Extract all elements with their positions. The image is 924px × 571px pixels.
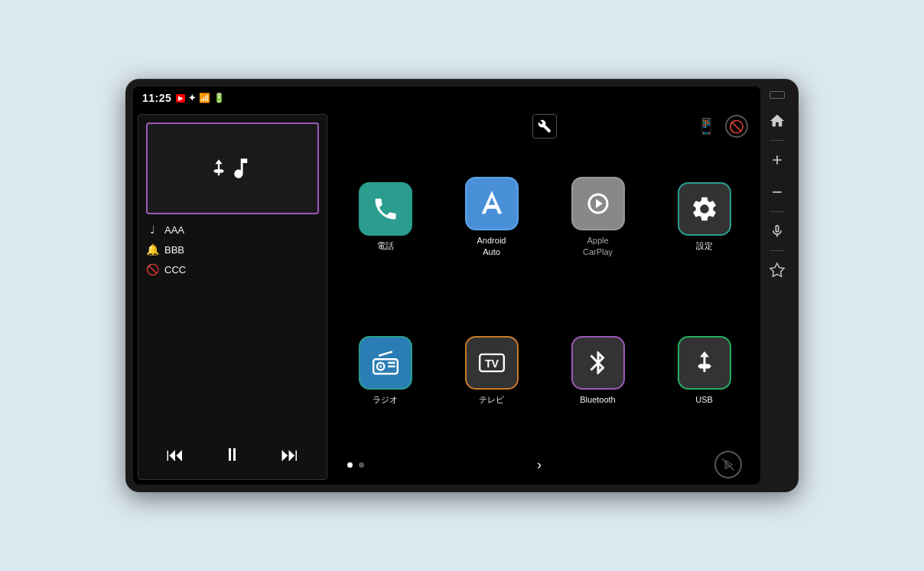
app-usb[interactable]: USB (654, 297, 754, 445)
page-dot-1[interactable] (347, 462, 353, 468)
clock: 11:25 (142, 92, 171, 104)
track-item: ♩ AAA (146, 224, 319, 236)
settings-label: 設定 (696, 240, 713, 251)
now-playing-panel: ♩ AAA 🔔 BBB 🚫 CCC ⏮ ⏸ ⏭ (138, 114, 327, 480)
app-android-auto[interactable]: AndroidAuto (441, 143, 542, 291)
usb-icon-box (678, 336, 731, 390)
usb-label: USB (695, 394, 713, 405)
android-auto-icon-box (465, 177, 519, 230)
app-apple-carplay[interactable]: AppleCarPlay (548, 143, 648, 291)
apple-carplay-svg-icon (584, 190, 612, 217)
battery-icon: 🔋 (213, 93, 225, 103)
playback-controls: ⏮ ⏸ ⏭ (146, 438, 319, 471)
track-list: ♩ AAA 🔔 BBB 🚫 CCC (146, 220, 319, 279)
prev-button[interactable]: ⏮ (166, 444, 184, 465)
mute-svg-icon (721, 458, 735, 471)
track-name-2: BBB (164, 244, 184, 256)
android-auto-svg-icon (477, 188, 507, 219)
block-icon[interactable]: 🚫 (725, 115, 748, 138)
bluetooth-label: Bluetooth (580, 394, 615, 405)
radio-icon-box (359, 336, 412, 390)
app-panel: 📱 🚫 電話 (332, 109, 760, 485)
usb-svg-icon (691, 349, 718, 377)
phone-icon[interactable]: 📱 (697, 117, 716, 135)
microphone-button[interactable] (763, 217, 791, 245)
app-radio[interactable]: ラジオ (335, 297, 435, 445)
top-toolbar: 📱 🚫 (335, 113, 754, 140)
apple-carplay-label: AppleCarPlay (583, 235, 613, 257)
tv-svg-icon: TV (477, 348, 506, 377)
track-item: 🚫 CCC (146, 263, 319, 276)
plus-icon (769, 152, 785, 168)
microphone-icon (769, 224, 785, 239)
page-dots (347, 462, 364, 468)
divider-2 (769, 211, 785, 212)
bluetooth-status-icon: ✦ (188, 93, 196, 103)
power-indicator (769, 91, 785, 99)
bell-icon: 🔔 (146, 243, 158, 256)
signal-icon: 📶 (199, 93, 210, 103)
phone-svg-icon (372, 195, 399, 223)
pause-button[interactable]: ⏸ (223, 444, 242, 465)
home-icon (769, 113, 786, 129)
tv-label: テレビ (479, 394, 504, 405)
usb-icon (208, 158, 229, 179)
bottom-bar: › (335, 448, 754, 481)
app-grid: 電話 AndroidAuto (335, 140, 754, 448)
car-audio-unit: 11:25 ▶ ✦ 📶 🔋 (125, 79, 799, 492)
album-art (146, 122, 319, 214)
music-note-icon (231, 155, 257, 181)
settings-icon-box (678, 182, 731, 236)
mute-button[interactable] (714, 451, 742, 478)
divider-1 (769, 140, 785, 141)
track-name-3: CCC (164, 264, 186, 276)
app-phone[interactable]: 電話 (335, 143, 435, 291)
radio-label: ラジオ (373, 394, 398, 405)
status-bar: 11:25 ▶ ✦ 📶 🔋 (133, 86, 760, 109)
next-button[interactable]: ⏭ (281, 444, 299, 465)
phone-label: 電話 (377, 240, 394, 251)
radio-svg-icon (371, 348, 400, 377)
android-auto-label: AndroidAuto (477, 235, 506, 257)
app-tv[interactable]: TV テレビ (441, 297, 542, 445)
main-content: ♩ AAA 🔔 BBB 🚫 CCC ⏮ ⏸ ⏭ (133, 109, 760, 485)
app-bluetooth[interactable]: Bluetooth (548, 297, 648, 445)
phone-icon-box (359, 182, 412, 236)
tv-icon-box: TV (465, 336, 519, 390)
minus-icon (769, 184, 785, 200)
svg-point-4 (379, 366, 382, 368)
svg-marker-10 (770, 263, 784, 276)
wrench-button[interactable] (532, 114, 557, 139)
star-icon (769, 262, 786, 279)
svg-marker-1 (596, 199, 603, 208)
volume-down-button[interactable] (763, 178, 791, 206)
music-icon: ♩ (146, 224, 158, 236)
track-name-1: AAA (164, 224, 184, 236)
favorites-button[interactable] (763, 256, 791, 284)
bluetooth-svg-icon (584, 349, 612, 377)
home-button[interactable] (763, 107, 791, 135)
app-settings[interactable]: 設定 (654, 143, 754, 291)
apple-carplay-icon-box (571, 177, 625, 230)
right-sidebar (760, 86, 794, 485)
divider-3 (769, 250, 785, 251)
status-icons: ▶ ✦ 📶 🔋 (176, 93, 225, 103)
volume-up-button[interactable] (763, 146, 791, 174)
youtube-icon: ▶ (176, 94, 185, 103)
svg-text:TV: TV (484, 358, 499, 370)
page-dot-2[interactable] (359, 462, 364, 468)
wrench-icon (538, 119, 551, 133)
screen: 11:25 ▶ ✦ 📶 🔋 (133, 86, 760, 485)
settings-svg-icon (690, 194, 719, 224)
bluetooth-icon-box (571, 336, 625, 390)
next-page-button[interactable]: › (537, 457, 542, 473)
no-icon: 🚫 (146, 263, 158, 276)
track-item: 🔔 BBB (146, 243, 319, 256)
